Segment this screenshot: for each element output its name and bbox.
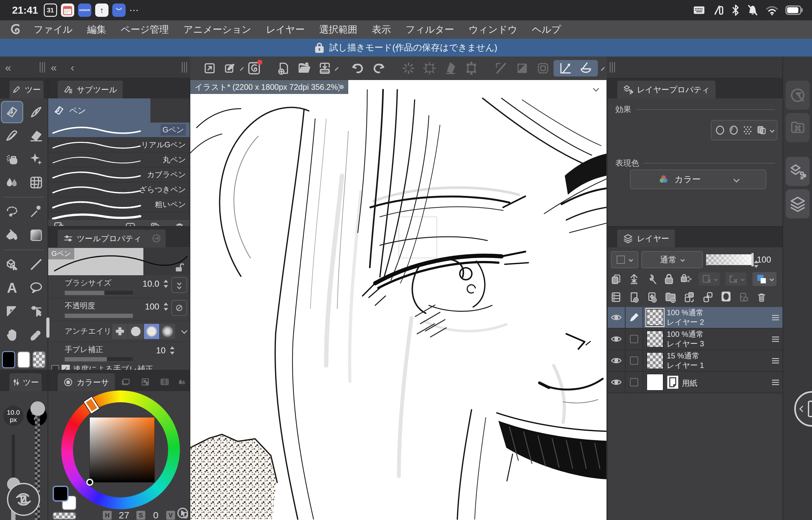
document-tab[interactable]: イラスト* (2200 x 1800px 72dpi 356.2%) bbox=[190, 80, 348, 94]
open-in-window-icon[interactable] bbox=[203, 61, 216, 75]
antialias-none-button[interactable] bbox=[112, 324, 128, 339]
dock-drag-handle[interactable] bbox=[39, 62, 46, 73]
antialias-weak-button[interactable] bbox=[128, 324, 143, 339]
dock-drag-handle[interactable] bbox=[609, 62, 616, 73]
stabilization-slider[interactable] bbox=[65, 357, 133, 362]
calendar-date-icon[interactable]: 31 bbox=[44, 3, 57, 17]
layer-row[interactable]: 100 %通常 レイヤー 2 bbox=[608, 307, 783, 329]
layer-visibility-icon[interactable] bbox=[608, 378, 625, 387]
layer-visibility-icon[interactable] bbox=[608, 356, 625, 365]
new-layer-icon[interactable] bbox=[628, 291, 640, 303]
undo-icon[interactable] bbox=[351, 61, 365, 75]
sv-marker[interactable] bbox=[86, 479, 93, 486]
tab-color-mixing-icon[interactable] bbox=[174, 377, 190, 391]
opacity-stepper[interactable] bbox=[163, 303, 169, 311]
deselect-icon[interactable] bbox=[422, 61, 437, 75]
reference-layer-icon[interactable] bbox=[628, 273, 640, 285]
new-vector-layer-icon[interactable] bbox=[646, 291, 658, 303]
antialias-strong-button[interactable] bbox=[160, 324, 175, 339]
save-icon[interactable] bbox=[318, 61, 332, 75]
menu-layer[interactable]: レイヤー bbox=[266, 23, 305, 36]
palette-color-dropdown[interactable] bbox=[611, 251, 638, 268]
panel-menu-icon[interactable] bbox=[608, 87, 617, 98]
brush-item[interactable]: 粗いペン bbox=[48, 197, 190, 212]
merge-down-icon[interactable] bbox=[702, 291, 714, 303]
snap-special-ruler-icon[interactable] bbox=[515, 61, 529, 75]
layer-select-checkbox[interactable] bbox=[625, 357, 643, 365]
menu-help[interactable]: ヘルプ bbox=[532, 23, 561, 36]
processing-icon[interactable] bbox=[401, 61, 416, 75]
rail-layer-property-button[interactable] bbox=[786, 157, 810, 186]
tool-hand[interactable] bbox=[2, 324, 23, 345]
stabilization-value[interactable]: 10 bbox=[156, 346, 166, 356]
transparent-color-swatch[interactable] bbox=[32, 351, 46, 368]
antialias-middle-button[interactable] bbox=[144, 324, 159, 339]
honor-app-icon[interactable]: HONOR bbox=[78, 3, 91, 17]
menu-view[interactable]: 表示 bbox=[372, 23, 391, 36]
calendar-red-icon[interactable] bbox=[61, 3, 74, 17]
rail-layer-button[interactable] bbox=[786, 189, 810, 218]
tab-tool-property[interactable]: ツールプロパティ bbox=[58, 230, 147, 247]
enable-mask-button[interactable] bbox=[698, 272, 720, 286]
layer-mask-icon[interactable] bbox=[721, 290, 731, 304]
tab-subtool[interactable]: サブツール bbox=[58, 81, 123, 98]
tool-fill[interactable] bbox=[2, 225, 23, 246]
opacity-slider-knob[interactable] bbox=[30, 401, 45, 416]
panel-menu-icon[interactable] bbox=[0, 380, 9, 391]
layer-row[interactable]: 15 %通常 レイヤー 1 bbox=[608, 350, 783, 372]
link-palette-button[interactable] bbox=[147, 230, 166, 247]
brush-item[interactable]: ざらつきペン bbox=[48, 182, 190, 197]
tool-auto-select[interactable] bbox=[26, 201, 47, 222]
blend-mode-dropdown[interactable]: 通常 bbox=[641, 251, 703, 268]
collapse-panel-icon[interactable]: ‹ bbox=[71, 62, 74, 73]
layer-menu-icon[interactable] bbox=[768, 357, 783, 365]
tab-layer[interactable]: レイヤー bbox=[617, 230, 675, 247]
brush-size-stepper[interactable] bbox=[163, 280, 169, 288]
new-canvas-icon[interactable] bbox=[277, 61, 290, 75]
tool-eyedropper[interactable] bbox=[26, 324, 47, 345]
brush-size-slider[interactable] bbox=[65, 291, 133, 295]
clip-studio-button[interactable] bbox=[247, 61, 261, 76]
layer-menu-icon[interactable] bbox=[768, 379, 783, 386]
draft-layer-icon[interactable] bbox=[646, 273, 658, 285]
layer-editing-icon[interactable] bbox=[625, 312, 643, 322]
tab-color-set-icon[interactable] bbox=[115, 377, 136, 391]
effect-halftone-icon[interactable] bbox=[742, 125, 753, 135]
sat-value[interactable]: 0 bbox=[148, 510, 163, 520]
open-file-icon[interactable] bbox=[297, 61, 311, 75]
menu-selection[interactable]: 選択範囲 bbox=[319, 23, 358, 36]
layer-visibility-icon[interactable] bbox=[608, 313, 625, 322]
layer-row[interactable]: 用紙 bbox=[608, 372, 783, 393]
redo-icon[interactable] bbox=[372, 61, 386, 75]
layer-select-checkbox[interactable] bbox=[625, 378, 643, 386]
clear-icon[interactable] bbox=[443, 61, 457, 75]
rail-material-button[interactable] bbox=[786, 113, 810, 142]
effect-layer-color-icon[interactable] bbox=[756, 125, 767, 135]
menu-animation[interactable]: アニメーション bbox=[183, 23, 251, 36]
transform-icon[interactable] bbox=[465, 61, 478, 75]
lock-layer-icon[interactable] bbox=[664, 273, 674, 285]
clip-studio-logo-icon[interactable] bbox=[9, 23, 23, 36]
collapse-column-icon[interactable]: « bbox=[51, 62, 57, 73]
tool-frame[interactable] bbox=[2, 301, 23, 322]
panel-menu-icon[interactable] bbox=[48, 380, 58, 391]
panel-menu-icon[interactable] bbox=[48, 236, 58, 247]
tab-layer-property[interactable]: レイヤープロパティ bbox=[617, 81, 716, 98]
subtool-group-pen[interactable]: ペン bbox=[48, 98, 150, 123]
tool-line[interactable] bbox=[26, 254, 47, 275]
hue-marker[interactable] bbox=[84, 396, 99, 413]
layer-select-checkbox[interactable] bbox=[625, 335, 643, 343]
brush-item[interactable]: 丸ペン bbox=[48, 152, 190, 167]
tool-blend[interactable] bbox=[2, 172, 23, 193]
menu-edit[interactable]: 編集 bbox=[87, 23, 106, 36]
opacity-effect-button[interactable] bbox=[171, 300, 187, 316]
brush-size-badge[interactable]: 10.0px bbox=[3, 406, 24, 426]
canvas-viewport[interactable] bbox=[190, 80, 607, 520]
layer-row[interactable]: 100 %通常 レイヤー 3 bbox=[608, 329, 783, 350]
hue-value[interactable]: 27 bbox=[115, 510, 133, 520]
rail-quick-access-button[interactable] bbox=[786, 81, 810, 110]
snap-grid-icon[interactable] bbox=[536, 61, 550, 75]
clip-to-layer-icon[interactable] bbox=[610, 273, 622, 285]
collapse-left-dock-icon[interactable]: « bbox=[5, 62, 11, 73]
new-folder-icon[interactable] bbox=[665, 291, 677, 303]
